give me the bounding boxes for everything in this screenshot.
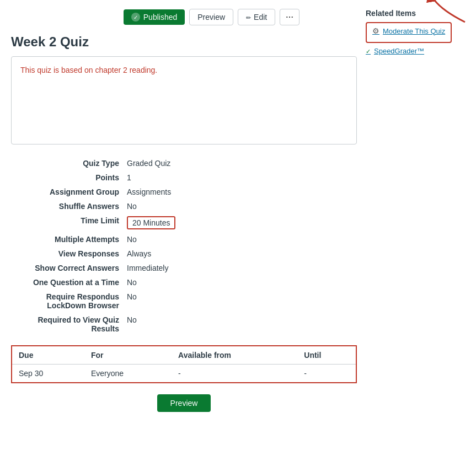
detail-value: No [124,290,356,312]
avail-due: Sep 30 [12,365,84,383]
description-box: This quiz is based on chapter 2 reading. [11,56,357,144]
published-button[interactable]: ✓ Published [124,9,185,25]
detail-label: Quiz Type [12,157,122,170]
detail-row: Quiz TypeGraded Quiz [12,157,356,170]
detail-label: Require Respondus LockDown Browser [12,290,122,312]
detail-label: Points [12,171,122,184]
detail-value: No [124,276,356,289]
detail-row: One Question at a TimeNo [12,276,356,289]
col-due: Due [12,346,84,365]
detail-label: Required to View Quiz Results [12,313,122,335]
availability-table: Due For Available from Until Sep 30Every… [11,345,357,383]
detail-label: Assignment Group [12,185,122,199]
detail-value: No [124,313,356,335]
published-label: Published [143,13,178,22]
detail-label: Show Correct Answers [12,261,122,275]
detail-row: Assignment GroupAssignments [12,185,356,199]
preview-button[interactable]: Preview [189,9,233,25]
preview-label: Preview [197,13,225,22]
pencil-icon [246,13,251,22]
avail-available_from: - [172,365,297,383]
detail-label: One Question at a Time [12,276,122,289]
description-text: This quiz is based on chapter 2 reading. [20,66,157,74]
preview-btn-container: Preview [11,394,357,412]
preview-bottom-button[interactable]: Preview [157,394,211,412]
details-table: Quiz TypeGraded QuizPoints1Assignment Gr… [11,156,357,336]
detail-label: Multiple Attempts [12,233,122,246]
detail-value: No [124,200,356,213]
edit-button[interactable]: Edit [238,9,275,25]
detail-label: Time Limit [12,214,122,232]
toolbar: ✓ Published Preview Edit ⋯ [11,9,357,25]
more-icon: ⋯ [286,13,293,22]
more-options-button[interactable]: ⋯ [280,9,299,25]
moderate-this-quiz-link[interactable]: Moderate This Quiz [372,26,445,35]
detail-label: Shuffle Answers [12,200,122,213]
availability-row: Sep 30Everyone-- [12,365,356,383]
detail-value: Assignments [124,185,356,199]
detail-value: Immediately [124,261,356,275]
detail-row: Require Respondus LockDown BrowserNo [12,290,356,312]
speed-grader-label: SpeedGrader™ [374,47,424,55]
detail-row: Multiple AttemptsNo [12,233,356,246]
edit-label: Edit [254,13,267,22]
avail-until: - [297,365,356,383]
sidebar-title: Related Items [366,9,465,18]
gear-icon [372,26,379,35]
preview-bottom-label: Preview [170,399,198,408]
detail-value: No [124,233,356,246]
moderate-this-quiz-box: Moderate This Quiz [366,22,452,43]
detail-row: Points1 [12,171,356,184]
sidebar: Related Items Moderate This Quiz SpeedGr… [366,9,465,412]
detail-value: 20 Minutes [124,214,356,232]
quiz-title: Week 2 Quiz [11,34,357,50]
detail-row: Shuffle AnswersNo [12,200,356,213]
detail-value: Always [124,247,356,260]
detail-row: Required to View Quiz ResultsNo [12,313,356,335]
speedgrader-icon [366,46,371,55]
detail-label: View Responses [12,247,122,260]
speed-grader-link[interactable]: SpeedGrader™ [366,46,465,55]
col-for: For [84,346,172,365]
detail-value: Graded Quiz [124,157,356,170]
time-limit-highlight: 20 Minutes [127,216,175,229]
col-available-from: Available from [172,346,297,365]
moderate-quiz-label: Moderate This Quiz [383,27,445,35]
detail-row: View ResponsesAlways [12,247,356,260]
avail-for: Everyone [84,365,172,383]
detail-value: 1 [124,171,356,184]
check-circle-icon: ✓ [131,13,140,22]
detail-row: Show Correct AnswersImmediately [12,261,356,275]
col-until: Until [297,346,356,365]
detail-row: Time Limit20 Minutes [12,214,356,232]
